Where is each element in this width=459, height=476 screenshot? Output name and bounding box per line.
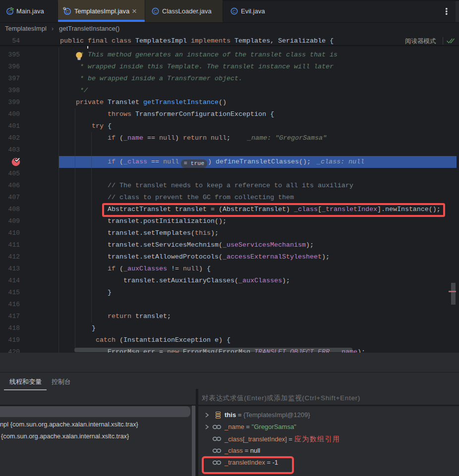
- svg-text:C: C: [66, 9, 69, 14]
- svg-text:C: C: [232, 8, 236, 14]
- svg-text:C: C: [154, 8, 157, 14]
